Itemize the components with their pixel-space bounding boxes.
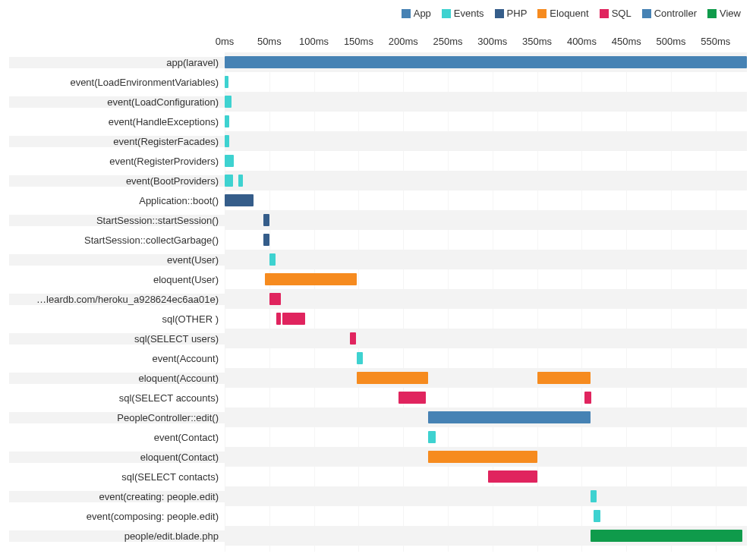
bar-segment[interactable] [428,411,591,423]
row-label: …leardb.com/heroku_a928624ec6aa01e) [9,294,225,305]
timeline-chart: AppEventsPHPEloquentSQLControllerView 0m… [0,0,756,557]
row-track [225,250,747,269]
bar-segment[interactable] [584,392,591,404]
row-track [225,526,747,546]
legend-swatch [442,9,451,18]
legend-item[interactable]: SQL [600,8,632,19]
bar-segment[interactable] [537,372,591,384]
bar-segment[interactable] [276,313,281,325]
bar-segment[interactable] [398,392,425,404]
row-track [225,210,747,230]
legend-label: Controller [654,8,697,19]
bar-segment[interactable] [350,332,356,345]
timeline-row: event(BootProviders) [9,171,747,190]
bar-segment[interactable] [269,293,281,305]
row-track [225,171,747,190]
row-track [225,309,747,329]
row-label: event(Account) [9,353,225,364]
row-label: eloquent(User) [9,274,225,285]
legend-item[interactable]: Controller [642,8,697,19]
timeline-row: event(RegisterProviders) [9,151,747,171]
row-track [225,427,747,447]
timeline-row: event(Contact) [9,427,747,447]
row-label: event(composing: people.edit) [9,511,225,522]
bar-segment[interactable] [225,96,232,108]
legend-item[interactable]: View [707,8,741,19]
timeline-row: event(LoadEnvironmentVariables) [9,72,747,92]
legend-label: Eloquent [550,8,588,19]
legend-swatch [402,9,411,18]
row-label: event(User) [9,254,225,266]
bar-segment[interactable] [428,451,537,463]
legend-item[interactable]: PHP [495,8,528,19]
timeline-row: …leardb.com/heroku_a928624ec6aa01e) [9,289,747,309]
row-label: event(Contact) [9,432,225,443]
axis-tick: 200ms [389,36,418,47]
row-label: sql(SELECT contacts) [9,471,225,483]
bar-segment[interactable] [591,530,742,542]
row-label: event(HandleExceptions) [9,116,225,127]
axis-tick: 0ms [216,36,235,47]
legend-label: PHP [507,8,528,19]
legend-swatch [600,9,609,18]
bar-segment[interactable] [265,273,357,285]
row-track [225,72,747,92]
legend-swatch [537,9,547,18]
rows: app(laravel)event(LoadEnvironmentVariabl… [9,52,747,546]
bar-segment[interactable] [225,115,229,127]
bar-segment[interactable] [238,175,243,187]
bar-segment[interactable] [488,470,537,483]
x-axis: 0ms50ms100ms150ms200ms250ms300ms350ms400… [9,36,747,51]
row-track [225,230,747,250]
timeline-row: event(composing: people.edit) [9,506,747,526]
row-label: Application::boot() [9,195,225,206]
axis-tick: 400ms [567,36,597,47]
legend-item[interactable]: App [402,8,431,19]
bar-segment[interactable] [225,76,228,88]
row-label: sql(OTHER ) [9,313,225,325]
bar-segment[interactable] [225,175,233,187]
row-label: sql(SELECT users) [9,333,225,345]
row-track [225,131,747,151]
timeline-row: event(RegisterFacades) [9,131,747,151]
bar-segment[interactable] [263,214,269,226]
row-track [225,269,747,289]
row-track [225,92,747,112]
timeline-row: Application::boot() [9,190,747,210]
legend-swatch [495,9,504,18]
timeline-row: people/edit.blade.php [9,526,747,546]
axis-tick: 50ms [257,36,282,47]
bar-segment[interactable] [282,313,304,325]
legend-item[interactable]: Events [442,8,484,19]
bar-segment[interactable] [225,194,254,206]
bar-segment[interactable] [225,135,229,147]
row-track [225,151,747,171]
bar-segment[interactable] [263,234,269,246]
row-track [225,289,747,309]
bar-segment[interactable] [428,431,435,443]
row-track [225,467,747,486]
axis-tick: 250ms [433,36,463,47]
row-label: StartSession::startSession() [9,215,225,226]
row-label: event(creating: people.edit) [9,491,225,502]
row-label: event(RegisterProviders) [9,156,225,167]
timeline-row: StartSession::startSession() [9,210,747,230]
bar-segment[interactable] [225,155,234,167]
bar-segment[interactable] [357,352,363,364]
timeline-row: sql(OTHER ) [9,309,747,329]
row-track [225,447,747,467]
bar-segment[interactable] [591,490,597,502]
row-label: eloquent(Account) [9,373,225,384]
timeline-row: event(User) [9,250,747,269]
row-label: event(BootProviders) [9,175,225,187]
bar-segment[interactable] [225,56,747,68]
bar-segment[interactable] [357,372,428,384]
bar-segment[interactable] [269,253,276,266]
legend-label: App [414,8,431,19]
bar-segment[interactable] [594,510,600,522]
timeline-row: PeopleController::edit() [9,408,747,427]
legend-item[interactable]: Eloquent [537,8,588,19]
legend: AppEventsPHPEloquentSQLControllerView [9,8,747,19]
legend-swatch [707,9,717,18]
timeline-row: event(HandleExceptions) [9,112,747,131]
